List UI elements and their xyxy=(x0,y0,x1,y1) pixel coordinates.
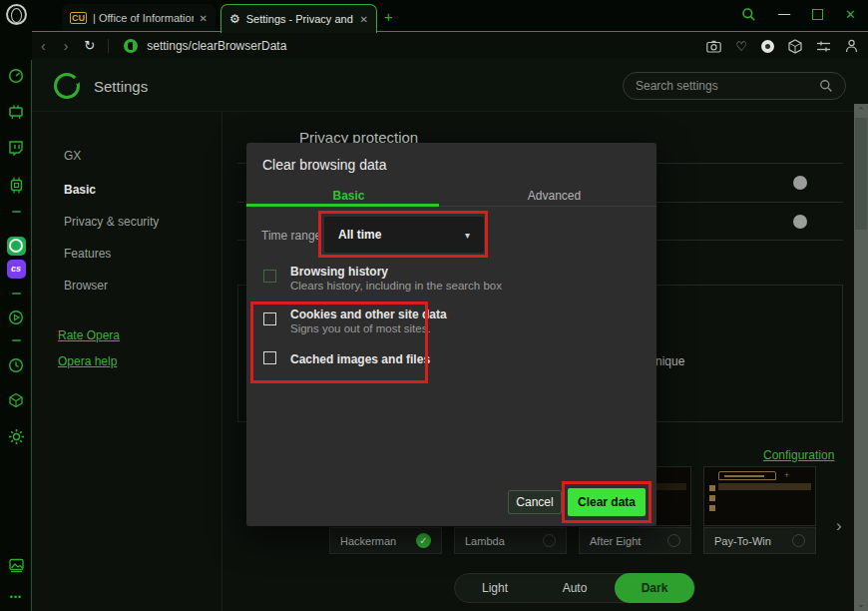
opera-help-link[interactable]: Opera help xyxy=(58,354,117,368)
sidebar-more-icon[interactable]: ••• xyxy=(0,585,32,609)
mode-dark-selected[interactable]: Dark xyxy=(615,573,694,603)
theme-name-row: Lambda xyxy=(454,527,567,554)
speed-dial-icon[interactable] xyxy=(0,64,32,88)
nav-item-gx[interactable]: GX xyxy=(64,149,81,163)
minimize-button[interactable]: — xyxy=(778,7,790,21)
cancel-button[interactable]: Cancel xyxy=(508,490,562,514)
partial-setting-text: nique xyxy=(655,354,684,368)
theme-card-pay-to-win[interactable]: + Pay-To-Win xyxy=(703,466,816,554)
extensions-cube-icon[interactable] xyxy=(0,388,32,412)
maximize-button[interactable] xyxy=(812,9,823,20)
theme-name: Lambda xyxy=(465,535,543,547)
configuration-link[interactable]: Configuration xyxy=(763,448,834,462)
mode-auto[interactable]: Auto xyxy=(535,581,615,595)
theme-name-row: After Eight xyxy=(579,527,691,554)
option-label: Browsing history xyxy=(290,265,388,279)
back-button[interactable]: ‹ xyxy=(32,38,55,54)
profile-person-icon[interactable] xyxy=(845,39,858,53)
scroll-down-icon[interactable]: ⌄ xyxy=(854,599,868,609)
reload-button[interactable]: ↻ xyxy=(77,38,102,53)
sidebar-divider xyxy=(12,211,21,213)
theme-radio[interactable] xyxy=(667,534,680,547)
tab-title: | Office of Information Tech xyxy=(93,12,194,24)
theme-name: Hackerman xyxy=(340,535,416,547)
gear-favicon: ⚙ xyxy=(229,12,240,26)
nav-divider xyxy=(221,112,222,611)
theme-name-row: Hackerman ✓ xyxy=(329,527,442,554)
cu-favicon: CU xyxy=(70,12,87,24)
theme-name: After Eight xyxy=(590,535,667,547)
easel-icon[interactable] xyxy=(0,100,32,124)
sidebar-setup-sliders-icon[interactable] xyxy=(816,40,831,53)
theme-name: Pay-To-Win xyxy=(714,535,792,547)
shield-badge-icon[interactable] xyxy=(761,40,774,53)
page-title: Settings xyxy=(94,78,148,95)
bookmark-heart-icon[interactable]: ♡ xyxy=(735,39,747,54)
window-controls: — ✕ xyxy=(741,0,868,28)
toggle-knob[interactable] xyxy=(793,215,807,229)
close-window-button[interactable]: ✕ xyxy=(845,7,856,22)
tab-settings-active[interactable]: ⚙ Settings - Privacy and secu ✕ xyxy=(220,4,377,33)
settings-search-input[interactable] xyxy=(636,79,819,93)
rate-opera-link[interactable]: Rate Opera xyxy=(58,328,120,342)
snapshot-images-icon[interactable] xyxy=(0,552,32,576)
address-bar-actions: ♡ xyxy=(706,32,858,60)
snapshot-camera-icon[interactable] xyxy=(706,40,721,53)
sidebar-divider xyxy=(12,293,21,295)
nav-item-privacy-security[interactable]: Privacy & security xyxy=(64,215,159,229)
twitch-icon[interactable] xyxy=(0,136,32,160)
dialog-tab-advanced[interactable]: Advanced xyxy=(452,189,656,203)
selected-check-icon[interactable]: ✓ xyxy=(416,533,431,548)
time-range-label: Time range xyxy=(261,229,321,243)
theme-radio[interactable] xyxy=(543,534,556,547)
theme-carousel-next-icon[interactable]: › xyxy=(836,516,842,536)
search-icon[interactable] xyxy=(741,7,756,22)
tab-title: Settings - Privacy and secu xyxy=(246,13,354,25)
forward-button[interactable]: › xyxy=(55,38,78,54)
address-bar: ‹ › ↻ settings/clearBrowserData ♡ xyxy=(32,31,868,59)
scroll-up-icon[interactable]: ⌃ xyxy=(854,106,868,116)
messenger-app-icon[interactable] xyxy=(0,234,32,258)
search-icon xyxy=(819,79,833,93)
nav-item-features[interactable]: Features xyxy=(64,247,111,261)
annotation-box-time-range xyxy=(318,211,488,258)
dialog-tab-basic[interactable]: Basic xyxy=(246,189,451,203)
address-divider xyxy=(108,39,109,53)
tab-close-icon[interactable]: ✕ xyxy=(360,14,368,25)
tab-office-of-information-tech[interactable]: CU | Office of Information Tech ✕ xyxy=(62,4,216,32)
opera-site-badge[interactable] xyxy=(124,39,138,53)
page-scrollbar[interactable]: ⌃ ⌄ xyxy=(854,104,868,611)
url-field[interactable]: settings/clearBrowserData xyxy=(147,39,286,53)
active-tab-underline xyxy=(246,204,439,207)
opera-gx-logo xyxy=(54,73,80,99)
scrollbar-thumb[interactable] xyxy=(855,118,867,230)
dialog-title: Clear browsing data xyxy=(262,157,387,173)
gx-control-chip-icon[interactable] xyxy=(0,173,32,197)
appearance-mode-control: Light Auto Dark xyxy=(454,573,695,603)
option-description: Clears history, including in the search … xyxy=(290,280,502,292)
sidebar-divider xyxy=(12,339,21,341)
settings-search-box xyxy=(623,72,846,100)
opera-logo-icon[interactable] xyxy=(6,4,27,25)
theme-preview: + xyxy=(703,466,816,526)
annotation-box-clear-data xyxy=(562,481,651,523)
annotation-box-checkboxes xyxy=(250,302,428,383)
theme-radio[interactable] xyxy=(792,534,805,547)
settings-gear-icon[interactable] xyxy=(0,424,32,448)
browser-window: cs ••• — ✕ CU xyxy=(0,0,868,611)
theme-name-row: Pay-To-Win xyxy=(703,527,816,554)
checkbox-browsing-history[interactable] xyxy=(263,270,276,283)
history-icon[interactable] xyxy=(0,353,32,377)
nav-item-basic[interactable]: Basic xyxy=(64,183,96,197)
new-tab-button[interactable]: + xyxy=(384,8,393,25)
nav-item-browser[interactable]: Browser xyxy=(64,279,108,293)
gx-sidebar: cs ••• xyxy=(0,0,32,611)
tab-close-icon[interactable]: ✕ xyxy=(200,13,208,24)
player-icon[interactable] xyxy=(0,306,32,329)
extensions-cube-icon[interactable] xyxy=(788,39,802,54)
mode-light[interactable]: Light xyxy=(455,581,535,595)
toggle-knob[interactable] xyxy=(793,176,807,190)
cs-app-icon[interactable]: cs xyxy=(0,257,32,281)
sidebar-accent-line xyxy=(31,60,32,611)
